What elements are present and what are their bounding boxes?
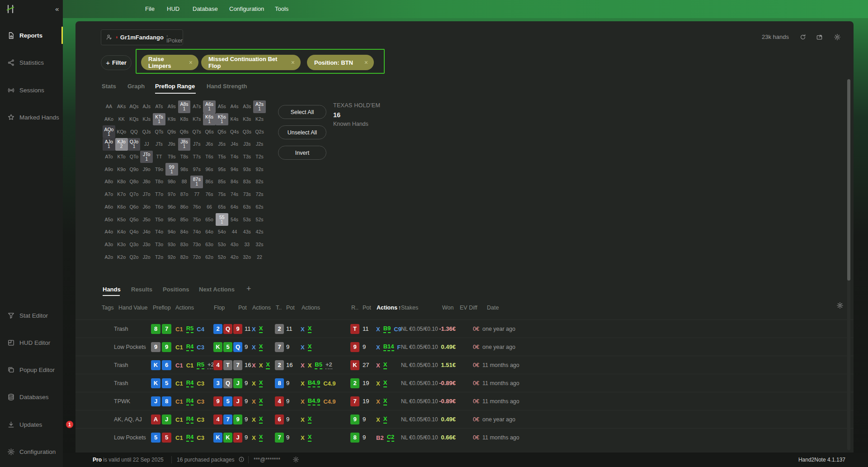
tab-graph[interactable]: Graph (127, 83, 145, 90)
range-cell-Q9o[interactable]: Q9o (128, 163, 141, 176)
range-cell-54s[interactable]: 54s (228, 213, 241, 226)
range-cell-J4s[interactable]: J4s (228, 138, 241, 151)
column-header-won[interactable]: Won (442, 303, 453, 313)
menu-configuration[interactable]: Configuration (229, 0, 264, 18)
remove-filter-icon[interactable]: × (364, 59, 368, 66)
range-cell-85s[interactable]: 85s (216, 176, 228, 188)
column-header-hand-value[interactable]: Hand Value (118, 303, 147, 313)
range-cell-J9o[interactable]: J9o (140, 163, 153, 176)
range-cell-84s[interactable]: 84s (228, 176, 241, 188)
range-cell-T3o[interactable]: T3o (153, 238, 165, 251)
sidebar-item-databases[interactable]: Databases (0, 388, 63, 406)
range-cell-K5s[interactable]: K5s1 (216, 113, 228, 126)
range-cell-J6o[interactable]: J6o (140, 201, 153, 214)
range-cell-94s[interactable]: 94s (228, 163, 241, 176)
range-cell-J6s[interactable]: J6s (203, 138, 216, 151)
range-cell-A5s[interactable]: A5s (216, 100, 228, 113)
range-cell-QJs[interactable]: QJs (140, 125, 153, 138)
column-header-flop[interactable]: Flop (214, 303, 225, 313)
add-tab-icon[interactable]: + (246, 284, 251, 294)
range-cell-AJo[interactable]: AJo1 (103, 138, 115, 151)
range-cell-A6o[interactable]: A6o (103, 201, 115, 214)
sidebar-item-sessions[interactable]: Sessions (0, 81, 63, 99)
range-cell-33[interactable]: 33 (241, 238, 253, 251)
range-cell-JTs[interactable]: JTs (153, 138, 165, 151)
sidebar-item-popup-editor[interactable]: Popup Editor (0, 361, 63, 379)
range-cell-63s[interactable]: 63s (241, 201, 253, 214)
range-cell-Q8o[interactable]: Q8o (128, 176, 141, 188)
range-cell-T7o[interactable]: T7o (153, 188, 165, 201)
range-cell-TT[interactable]: TT (153, 151, 165, 163)
add-filter-button[interactable]: + Filter (101, 55, 132, 70)
range-cell-J8o[interactable]: J8o (140, 176, 153, 188)
range-cell-K2s[interactable]: K2s (253, 113, 266, 126)
unselect-all-button[interactable]: Unselect All (278, 125, 326, 139)
range-cell-A9o[interactable]: A9o (103, 163, 115, 176)
range-cell-74s[interactable]: 74s (228, 188, 241, 201)
range-cell-K9s[interactable]: K9s (165, 113, 178, 126)
range-cell-54o[interactable]: 54o (216, 226, 228, 238)
menu-hud[interactable]: HUD (167, 0, 179, 18)
sidebar-item-reports[interactable]: Reports (0, 26, 63, 44)
range-cell-T4o[interactable]: T4o (153, 226, 165, 238)
range-cell-K4s[interactable]: K4s (228, 113, 241, 126)
range-cell-QQ[interactable]: QQ (128, 125, 141, 138)
range-cell-74o[interactable]: 74o (190, 226, 203, 238)
range-cell-66[interactable]: 66 (203, 201, 216, 214)
tab-results[interactable]: Results (131, 286, 152, 293)
range-cell-T5s[interactable]: T5s (216, 151, 228, 163)
range-cell-53o[interactable]: 53o (216, 238, 228, 251)
range-cell-77[interactable]: 77 (190, 188, 203, 201)
range-cell-43o[interactable]: 43o (228, 238, 241, 251)
sidebar-item-statistics[interactable]: Statistics (0, 53, 63, 71)
range-cell-76s[interactable]: 76s (203, 188, 216, 201)
column-header-pot[interactable]: Pot (363, 303, 371, 313)
range-cell-A5o[interactable]: A5o (103, 213, 115, 226)
hand-row[interactable]: AK, AQ, AJAJC1R4C34799XX69XX99XXNL €0.05… (75, 410, 854, 428)
range-cell-T3s[interactable]: T3s (241, 151, 253, 163)
range-cell-92o[interactable]: 92o (165, 251, 178, 263)
column-header-actions[interactable]: Actions (302, 303, 320, 313)
range-cell-Q9s[interactable]: Q9s (165, 125, 178, 138)
sidebar-item-updates[interactable]: Updates1 (0, 415, 63, 434)
range-cell-92s[interactable]: 92s (253, 163, 266, 176)
range-cell-42s[interactable]: 42s (253, 226, 266, 238)
tab-hand-strength[interactable]: Hand Strength (207, 83, 247, 90)
range-cell-44[interactable]: 44 (228, 226, 241, 238)
range-cell-T6o[interactable]: T6o (153, 201, 165, 214)
scrollbar-thumb[interactable] (847, 79, 850, 281)
range-cell-63o[interactable]: 63o (203, 238, 216, 251)
range-cell-83o[interactable]: 83o (178, 238, 191, 251)
range-cell-65o[interactable]: 65o (203, 213, 216, 226)
hand-row[interactable]: Trash87C1R5C42Q911XX211XXT11XB9C9NL €0.0… (75, 319, 854, 338)
range-cell-T7s[interactable]: T7s (190, 151, 203, 163)
filter-chip[interactable]: Position: BTN× (307, 55, 374, 70)
remove-filter-icon[interactable]: × (291, 59, 295, 66)
range-cell-Q6o[interactable]: Q6o (128, 201, 141, 214)
remove-filter-icon[interactable]: × (189, 59, 193, 66)
range-cell-J2o[interactable]: J2o (140, 251, 153, 263)
range-cell-Q5o[interactable]: Q5o (128, 213, 141, 226)
range-cell-43s[interactable]: 43s (241, 226, 253, 238)
range-cell-95s[interactable]: 95s (216, 163, 228, 176)
tab-preflop-range[interactable]: Preflop Range (155, 83, 195, 90)
range-cell-AA[interactable]: AA (103, 100, 115, 113)
range-cell-96o[interactable]: 96o (165, 201, 178, 214)
range-cell-Q5s[interactable]: Q5s (216, 125, 228, 138)
menu-database[interactable]: Database (193, 0, 218, 18)
menu-file[interactable]: File (145, 0, 155, 18)
range-cell-A2o[interactable]: A2o (103, 251, 115, 263)
range-cell-T2o[interactable]: T2o (153, 251, 165, 263)
range-cell-84o[interactable]: 84o (178, 226, 191, 238)
range-cell-98s[interactable]: 98s (178, 163, 191, 176)
range-cell-J5o[interactable]: J5o (140, 213, 153, 226)
range-cell-K7o[interactable]: K7o (115, 188, 128, 201)
range-cell-AQs[interactable]: AQs (128, 100, 141, 113)
account-email[interactable]: ***@******* (254, 453, 280, 467)
range-cell-T8o[interactable]: T8o (153, 176, 165, 188)
select-all-button[interactable]: Select All (278, 105, 326, 119)
range-cell-87o[interactable]: 87o (178, 188, 191, 201)
range-cell-T4s[interactable]: T4s (228, 151, 241, 163)
range-cell-93o[interactable]: 93o (165, 238, 178, 251)
report-settings-gear-icon[interactable] (834, 33, 841, 41)
